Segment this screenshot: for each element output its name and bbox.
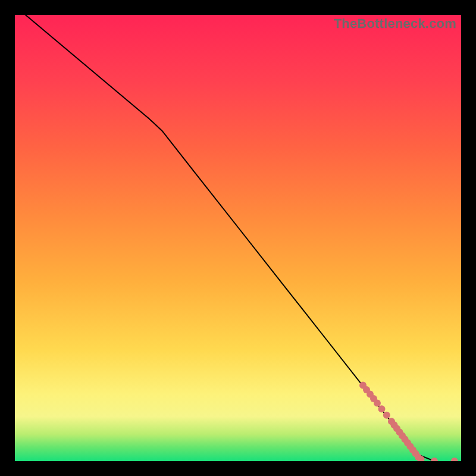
- watermark-text: TheBottleneck.com: [334, 16, 456, 32]
- marker-dot: [378, 405, 386, 412]
- chart-svg: [15, 15, 461, 461]
- marker-dot: [374, 400, 381, 407]
- gradient-background: [15, 15, 461, 461]
- chart-frame: TheBottleneck.com: [15, 15, 461, 461]
- marker-dot: [383, 412, 390, 419]
